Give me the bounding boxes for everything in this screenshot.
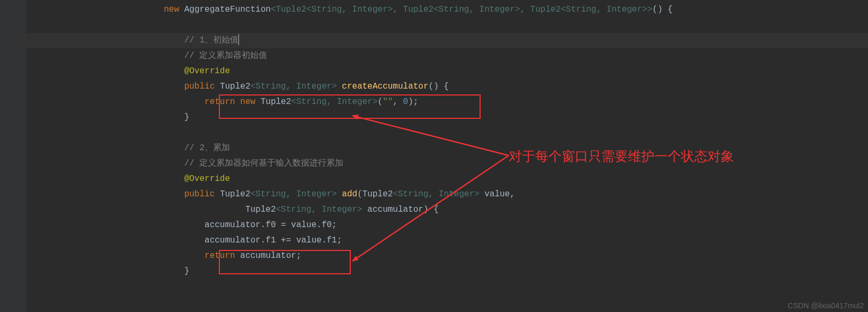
code-line[interactable]: public Tuple2<String, Integer> createAcc… [26,79,868,94]
code-line[interactable]: } [26,264,868,279]
code-line[interactable]: } [26,110,868,125]
code-line[interactable]: accumulator.f0 = value.f0; [26,218,868,233]
watermark: CSDN @lixia0417mul2 [788,301,864,310]
code-line[interactable]: // 1、初始值 [26,33,868,48]
text-caret [238,34,239,45]
code-line[interactable]: @Override [26,171,868,187]
code-line[interactable] [26,125,868,141]
code-line[interactable]: @Override [26,64,868,79]
code-line[interactable]: public Tuple2<String, Integer> add(Tuple… [26,187,868,202]
code-line[interactable] [26,18,868,33]
code-line[interactable]: // 定义累加器初始值 [26,48,868,64]
code-line[interactable]: new AggregateFunction<Tuple2<String, Int… [26,2,868,18]
code-line[interactable]: accumulator.f1 += value.f1; [26,233,868,248]
code-line[interactable]: return new Tuple2<String, Integer>("", 0… [26,94,868,110]
annotation-text: 对于每个窗口只需要维护一个状态对象 [509,148,734,165]
code-line[interactable]: // 2、累加 [26,141,868,156]
editor-gutter [0,0,26,312]
code-line[interactable]: Tuple2<String, Integer> accumulator) { [26,202,868,218]
code-editor[interactable]: new AggregateFunction<Tuple2<String, Int… [26,0,868,312]
code-line[interactable]: return accumulator; [26,248,868,264]
code-line[interactable]: // 定义累加器如何基于输入数据进行累加 [26,156,868,171]
